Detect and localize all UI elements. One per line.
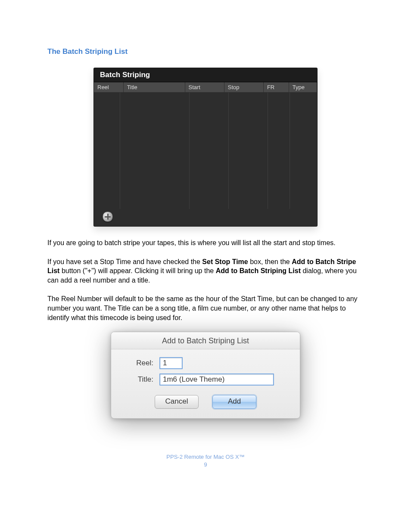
body-paragraph: If you are going to batch stripe your ta… xyxy=(47,238,364,248)
dialog-title: Add to Batch Striping List xyxy=(111,332,300,349)
column-header-start[interactable]: Start xyxy=(185,82,224,93)
add-button[interactable]: Add xyxy=(212,395,256,409)
text: If you have set a Stop Time and have che… xyxy=(47,258,202,265)
table-body-empty xyxy=(94,93,317,209)
bold-text: Set Stop Time xyxy=(202,258,248,265)
body-paragraph: The Reel Number will default to be the s… xyxy=(47,294,364,322)
title-label: Title: xyxy=(123,375,153,384)
cancel-button[interactable]: Cancel xyxy=(155,395,199,409)
column-header-reel[interactable]: Reel xyxy=(94,82,123,93)
bold-text: Add to Batch Striping List xyxy=(216,267,301,274)
batch-striping-table: Reel Title Start Stop FR Type xyxy=(94,82,317,93)
text: box, then the xyxy=(248,258,292,265)
section-heading: The Batch Striping List xyxy=(47,47,364,56)
panel-title: Batch Striping xyxy=(94,68,317,82)
batch-striping-panel: Batch Striping Reel Title Start Stop FR … xyxy=(94,68,317,226)
footer-product-line: PPS-2 Remote for Mac OS X™ xyxy=(47,453,364,461)
add-to-batch-stripe-list-button[interactable] xyxy=(103,212,113,222)
column-header-stop[interactable]: Stop xyxy=(224,82,263,93)
column-header-type[interactable]: Type xyxy=(289,82,317,93)
column-header-title[interactable]: Title xyxy=(123,82,185,93)
page-footer: PPS-2 Remote for Mac OS X™ 9 xyxy=(47,453,364,469)
title-input[interactable] xyxy=(159,373,274,386)
text: button ("+") will appear. Clicking it wi… xyxy=(59,267,215,274)
footer-page-number: 9 xyxy=(47,461,364,469)
body-paragraph: If you have set a Stop Time and have che… xyxy=(47,257,364,285)
add-to-batch-striping-list-dialog: Add to Batch Striping List Reel: Title: … xyxy=(111,332,300,419)
reel-label: Reel: xyxy=(123,359,153,367)
column-header-fr[interactable]: FR xyxy=(263,82,289,93)
reel-input[interactable] xyxy=(159,357,183,369)
